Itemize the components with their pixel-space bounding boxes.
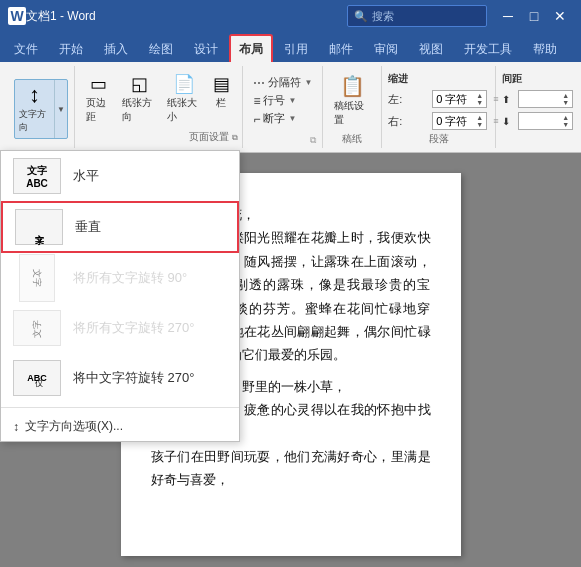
dropdown-chinese270[interactable]: 仅 ABC 将中文字符旋转 270° xyxy=(1,353,239,403)
page-break-button[interactable]: ⋯ 分隔符 ▼ xyxy=(249,74,316,91)
group-flow: ⋯ 分隔符 ▼ ≡ 行号 ▼ ⌐ 断字 ▼ ⧉ xyxy=(243,66,323,148)
paper-size-button[interactable]: 📄 纸张大小 xyxy=(162,70,207,127)
rotate90-icon: 文字 xyxy=(19,254,55,302)
dropdown-rotate90[interactable]: 文字 将所有文字旋转 90° xyxy=(1,253,239,303)
tab-file[interactable]: 文件 xyxy=(4,36,48,62)
indent-right-label: 右: xyxy=(388,114,428,129)
doc-paragraph-5: 孩子们在田野间玩耍，他们充满好奇心，里满是好奇与喜爱， xyxy=(151,445,431,492)
paper-size-icon: 📄 xyxy=(173,73,195,95)
search-placeholder: 搜索 xyxy=(372,9,394,24)
rotate270-label: 将所有文字旋转 270° xyxy=(73,319,195,337)
hyphenation-button[interactable]: ⌐ 断字 ▼ xyxy=(249,110,316,127)
text-direction-button[interactable]: ↕ 文字方向 ▼ xyxy=(14,79,68,139)
spacing-before-icon: ⬆ xyxy=(502,94,510,105)
tab-layout[interactable]: 布局 xyxy=(229,34,273,62)
text-direction-options-link[interactable]: ↕ 文字方向选项(X)... xyxy=(1,412,239,441)
spacing-before-up[interactable]: ▲ xyxy=(562,92,569,99)
tab-help[interactable]: 帮助 xyxy=(523,36,567,62)
text-direction-dropdown-arrow[interactable]: ▼ xyxy=(55,80,67,138)
tab-mailings[interactable]: 邮件 xyxy=(319,36,363,62)
tab-insert[interactable]: 插入 xyxy=(94,36,138,62)
spacing-title: 间距 xyxy=(502,72,522,86)
tab-view[interactable]: 视图 xyxy=(409,36,453,62)
spacing-before-input[interactable]: ▲ ▼ xyxy=(518,90,573,108)
orientation-icon: ◱ xyxy=(131,73,148,95)
title-bar-text: 文档1 - Word xyxy=(26,8,347,25)
horizontal-icon: 文字 ABC xyxy=(13,158,61,194)
spacing-after-down[interactable]: ▼ xyxy=(562,121,569,128)
text-direction-label: 文字方向 xyxy=(19,108,50,134)
indent-right-up[interactable]: ▲ xyxy=(476,114,483,121)
group-indent: 缩进 左: 0 字符 ▲ ▼ ≡ 右: 0 字符 ▲ ▼ ≡ 段 xyxy=(382,66,496,148)
columns-icon: ▤ xyxy=(213,73,230,95)
orientation-label: 纸张方向 xyxy=(122,96,157,124)
vertical-label: 垂直 xyxy=(75,218,101,236)
text-direction-icon: ↕ xyxy=(29,84,40,106)
draft-group-label: 稿纸 xyxy=(329,132,375,148)
group-page-setup: ▭ 页边距 ◱ 纸张方向 📄 纸张大小 ▤ 栏 页面设置 ⧉ xyxy=(75,66,244,148)
indent-left-down[interactable]: ▼ xyxy=(476,99,483,106)
group-spacing: 间距 ⬆ ▲ ▼ ⬇ ▲ ▼ xyxy=(496,66,573,148)
dropdown-horizontal[interactable]: 文字 ABC 水平 xyxy=(1,151,239,201)
vertical-icon: 文字 xyxy=(15,209,63,245)
indent-left-input[interactable]: 0 字符 ▲ ▼ xyxy=(432,90,487,108)
hyphenation-icon: ⌐ xyxy=(253,112,260,126)
tab-references[interactable]: 引用 xyxy=(274,36,318,62)
close-button[interactable]: ✕ xyxy=(547,0,573,32)
minimize-button[interactable]: ─ xyxy=(495,0,521,32)
ribbon-tab-bar: 文件 开始 插入 绘图 设计 布局 引用 邮件 审阅 视图 开发工具 帮助 xyxy=(0,32,581,62)
title-bar: W 文档1 - Word 🔍 搜索 ─ □ ✕ xyxy=(0,0,581,32)
group-text-direction: ↕ 文字方向 ▼ xyxy=(8,66,75,148)
draft-settings-button[interactable]: 📋 稿纸设置 xyxy=(329,71,375,130)
margins-label: 页边距 xyxy=(86,96,112,124)
group-draft: 📋 稿纸设置 稿纸 xyxy=(323,66,382,148)
draft-label: 稿纸设置 xyxy=(334,99,370,127)
line-numbers-button[interactable]: ≡ 行号 ▼ xyxy=(249,92,316,109)
indent-right-value: 0 字符 xyxy=(436,114,476,129)
dropdown-vertical[interactable]: 文字 垂直 xyxy=(1,201,239,253)
indent-title: 缩进 xyxy=(388,72,408,86)
tab-home[interactable]: 开始 xyxy=(49,36,93,62)
search-box[interactable]: 🔍 搜索 xyxy=(347,5,487,27)
break-icon: ⋯ xyxy=(253,76,265,90)
spacing-before-down[interactable]: ▼ xyxy=(562,99,569,106)
tab-developer[interactable]: 开发工具 xyxy=(454,36,522,62)
paper-size-label: 纸张大小 xyxy=(167,96,202,124)
rotate270-icon: 文字 xyxy=(13,310,61,346)
margins-icon: ▭ xyxy=(90,73,107,95)
indent-right-down[interactable]: ▼ xyxy=(476,121,483,128)
dropdown-rotate270[interactable]: 文字 将所有文字旋转 270° xyxy=(1,303,239,353)
columns-label: 栏 xyxy=(216,96,226,110)
word-icon: W xyxy=(8,7,26,25)
tab-review[interactable]: 审阅 xyxy=(364,36,408,62)
window-controls: ─ □ ✕ xyxy=(495,0,573,32)
rotate90-label: 将所有文字旋转 90° xyxy=(73,269,187,287)
options-link-label: 文字方向选项(X)... xyxy=(25,418,123,435)
chinese270-icon: 仅 ABC xyxy=(13,360,61,396)
orientation-button[interactable]: ◱ 纸张方向 xyxy=(117,70,162,127)
chinese270-label: 将中文字符旋转 270° xyxy=(73,369,195,387)
tab-design[interactable]: 设计 xyxy=(184,36,228,62)
tab-draw[interactable]: 绘图 xyxy=(139,36,183,62)
indent-group-label: 段落 xyxy=(388,132,489,148)
options-link-icon: ↕ xyxy=(13,420,19,434)
indent-left-up[interactable]: ▲ xyxy=(476,92,483,99)
indent-right-input[interactable]: 0 字符 ▲ ▼ xyxy=(432,112,487,130)
spacing-after-up[interactable]: ▲ xyxy=(562,114,569,121)
indent-left-label: 左: xyxy=(388,92,428,107)
line-numbers-icon: ≡ xyxy=(253,94,260,108)
margins-button[interactable]: ▭ 页边距 xyxy=(81,70,117,127)
maximize-button[interactable]: □ xyxy=(521,0,547,32)
draft-icon: 📋 xyxy=(340,74,365,98)
horizontal-label: 水平 xyxy=(73,167,99,185)
spacing-after-icon: ⬇ xyxy=(502,116,510,127)
dropdown-divider xyxy=(1,407,239,408)
text-direction-dropdown: 文字 ABC 水平 文字 垂直 文字 将所有文字旋转 90° 文字 将所有文字旋… xyxy=(0,150,240,442)
spacing-after-input[interactable]: ▲ ▼ xyxy=(518,112,573,130)
indent-left-value: 0 字符 xyxy=(436,92,476,107)
ribbon-content: ↕ 文字方向 ▼ ▭ 页边距 ◱ 纸张方向 📄 xyxy=(0,62,581,153)
flow-group-expand[interactable]: ⧉ xyxy=(310,135,316,145)
columns-button[interactable]: ▤ 栏 xyxy=(206,70,236,113)
